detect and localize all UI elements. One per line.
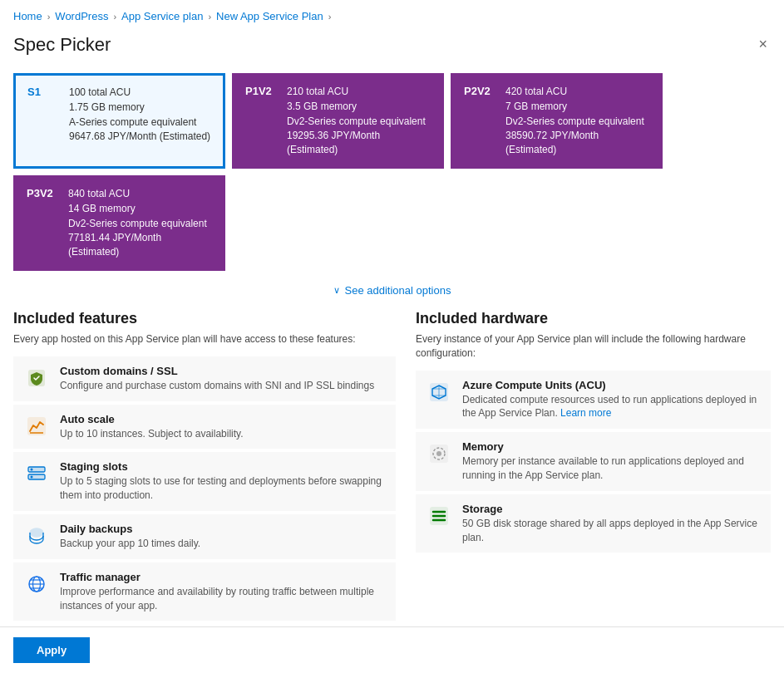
hardware-desc-storage: 50 GB disk storage shared by all apps de… — [462, 517, 761, 545]
features-title: Included features — [13, 310, 396, 327]
feature-desc-traffic-manager: Improve performance and availability by … — [60, 585, 386, 613]
breadcrumb-sep-2: › — [113, 12, 116, 22]
breadcrumb-home[interactable]: Home — [13, 10, 42, 22]
feature-desc-auto-scale: Up to 10 instances. Subject to availabil… — [60, 427, 244, 441]
hardware-text-memory: Memory Memory per instance available to … — [462, 440, 761, 483]
spec-acu-p3v2: 840 total ACU — [68, 187, 212, 201]
features-section: Included features Every app hosted on th… — [0, 310, 784, 621]
hardware-item-acu: Azure Compute Units (ACU) Dedicated comp… — [416, 371, 771, 430]
learn-more-link[interactable]: Learn more — [560, 407, 611, 419]
spec-tier-p1v2: P1V2 — [245, 85, 275, 97]
spec-memory-p2v2: 7 GB memory — [505, 100, 649, 114]
spec-acu-s1: 100 total ACU — [69, 86, 210, 100]
spec-tier-p2v2: P2V2 — [464, 85, 494, 97]
spec-info-p1v2: 210 total ACU 3.5 GB memory Dv2-Series c… — [287, 85, 431, 157]
hardware-title-storage: Storage — [462, 503, 761, 515]
feature-text-staging-slots: Staging slots Up to 5 staging slots to u… — [60, 460, 386, 503]
spec-compute-p2v2: Dv2-Series compute equivalent — [505, 115, 649, 129]
hardware-icon-acu — [426, 379, 452, 405]
page-title: Spec Picker — [13, 34, 111, 56]
feature-list: Custom domains / SSL Configure and purch… — [13, 356, 396, 621]
breadcrumb-new-plan[interactable]: New App Service Plan — [216, 10, 323, 22]
feature-text-daily-backups: Daily backups Backup your app 10 times d… — [60, 523, 200, 551]
feature-icon-traffic-manager — [23, 571, 50, 597]
hardware-title-acu: Azure Compute Units (ACU) — [462, 379, 761, 391]
apply-button[interactable]: Apply — [13, 637, 90, 663]
spec-memory-s1: 1.75 GB memory — [69, 101, 210, 115]
spec-memory-p1v2: 3.5 GB memory — [287, 100, 431, 114]
breadcrumb-sep-1: › — [47, 12, 51, 22]
spec-card-p1v2[interactable]: P1V2 210 total ACU 3.5 GB memory Dv2-Ser… — [232, 73, 444, 169]
spec-compute-p1v2: Dv2-Series compute equivalent — [287, 115, 431, 129]
spec-compute-p3v2: Dv2-Series compute equivalent — [68, 217, 212, 231]
see-additional-options[interactable]: ∨ See additional options — [0, 271, 784, 310]
spec-price-p1v2: 19295.36 JPY/Month (Estimated) — [287, 129, 431, 157]
feature-text-custom-domains: Custom domains / SSL Configure and purch… — [60, 365, 374, 393]
feature-desc-staging-slots: Up to 5 staging slots to use for testing… — [60, 474, 386, 503]
feature-title-custom-domains: Custom domains / SSL — [60, 365, 374, 377]
spec-acu-p2v2: 420 total ACU — [505, 85, 649, 99]
hardware-title-memory: Memory — [462, 440, 761, 453]
included-hardware: Included hardware Every instance of your… — [396, 310, 771, 621]
spec-compute-s1: A-Series compute equivalent — [69, 115, 210, 130]
feature-icon-custom-domains — [23, 365, 50, 391]
chevron-down-icon: ∨ — [333, 285, 340, 296]
feature-desc-daily-backups: Backup your app 10 times daily. — [60, 537, 200, 551]
hardware-list: Azure Compute Units (ACU) Dedicated comp… — [416, 371, 771, 553]
svg-point-9 — [30, 528, 43, 537]
spec-info-p3v2: 840 total ACU 14 GB memory Dv2-Series co… — [68, 187, 212, 259]
spec-card-s1[interactable]: S1 100 total ACU 1.75 GB memory A-Series… — [13, 73, 225, 169]
breadcrumb-wordpress[interactable]: WordPress — [55, 10, 108, 22]
included-features: Included features Every app hosted on th… — [13, 310, 396, 621]
feature-item-auto-scale: Auto scale Up to 10 instances. Subject t… — [13, 405, 396, 449]
spec-card-p2v2[interactable]: P2V2 420 total ACU 7 GB memory Dv2-Serie… — [451, 73, 663, 169]
feature-title-traffic-manager: Traffic manager — [60, 571, 386, 583]
features-description: Every app hosted on this App Service pla… — [13, 332, 396, 346]
feature-text-traffic-manager: Traffic manager Improve performance and … — [60, 571, 386, 613]
hardware-item-storage: Storage 50 GB disk storage shared by all… — [416, 494, 771, 553]
feature-icon-auto-scale — [23, 413, 50, 440]
feature-item-daily-backups: Daily backups Backup your app 10 times d… — [13, 514, 396, 559]
see-more-label: See additional options — [345, 284, 451, 297]
hardware-icon-storage — [426, 503, 452, 529]
hardware-desc-acu: Dedicated compute resources used to run … — [462, 393, 761, 421]
feature-item-traffic-manager: Traffic manager Improve performance and … — [13, 562, 396, 621]
feature-icon-staging-slots — [23, 460, 50, 487]
spec-grid: S1 100 total ACU 1.75 GB memory A-Series… — [0, 66, 784, 271]
spec-price-p3v2: 77181.44 JPY/Month (Estimated) — [68, 231, 212, 259]
feature-icon-daily-backups — [23, 523, 50, 549]
header: Spec Picker × — [0, 29, 784, 66]
breadcrumb-app-service-plan[interactable]: App Service plan — [121, 10, 203, 22]
breadcrumb: Home › WordPress › App Service plan › Ne… — [0, 0, 784, 29]
svg-point-22 — [436, 451, 441, 456]
spec-price-p2v2: 38590.72 JPY/Month (Estimated) — [505, 129, 649, 157]
spec-acu-p1v2: 210 total ACU — [287, 85, 431, 99]
spec-tier-s1: S1 — [27, 86, 57, 98]
spec-price-s1: 9647.68 JPY/Month (Estimated) — [69, 130, 210, 144]
spec-info-p2v2: 420 total ACU 7 GB memory Dv2-Series com… — [505, 85, 649, 157]
svg-point-8 — [31, 476, 33, 479]
svg-point-7 — [31, 469, 33, 471]
feature-desc-custom-domains: Configure and purchase custom domains wi… — [60, 379, 374, 393]
spec-card-p3v2[interactable]: P3V2 840 total ACU 14 GB memory Dv2-Seri… — [13, 175, 225, 271]
breadcrumb-sep-4: › — [328, 12, 332, 22]
feature-item-staging-slots: Staging slots Up to 5 staging slots to u… — [13, 452, 396, 511]
hardware-desc-memory: Memory per instance available to run app… — [462, 454, 761, 483]
spec-memory-p3v2: 14 GB memory — [68, 202, 212, 216]
footer: Apply — [0, 626, 784, 673]
hardware-text-acu: Azure Compute Units (ACU) Dedicated comp… — [462, 379, 761, 421]
breadcrumb-sep-3: › — [208, 12, 211, 22]
hardware-icon-memory — [426, 440, 452, 467]
spec-tier-p3v2: P3V2 — [27, 187, 57, 199]
feature-item-custom-domains: Custom domains / SSL Configure and purch… — [13, 356, 396, 401]
feature-title-auto-scale: Auto scale — [60, 413, 244, 425]
spec-info-s1: 100 total ACU 1.75 GB memory A-Series co… — [69, 86, 210, 144]
hardware-text-storage: Storage 50 GB disk storage shared by all… — [462, 503, 761, 545]
feature-title-staging-slots: Staging slots — [60, 460, 386, 473]
close-button[interactable]: × — [755, 32, 771, 56]
feature-title-daily-backups: Daily backups — [60, 523, 200, 535]
hardware-description: Every instance of your App Service plan … — [416, 332, 771, 361]
main-content: Home › WordPress › App Service plan › Ne… — [0, 0, 784, 631]
hardware-title: Included hardware — [416, 310, 771, 327]
feature-text-auto-scale: Auto scale Up to 10 instances. Subject t… — [60, 413, 244, 441]
